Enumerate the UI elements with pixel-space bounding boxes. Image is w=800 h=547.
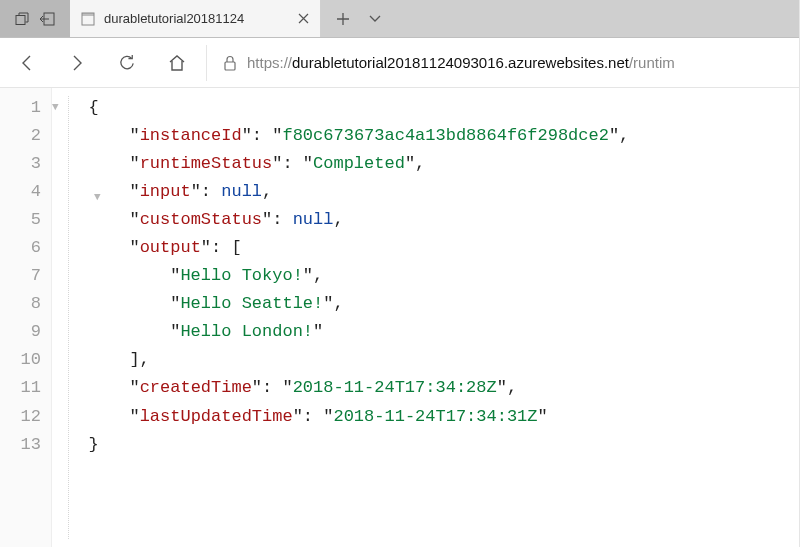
- line-number: 12: [6, 403, 41, 431]
- svg-rect-3: [82, 13, 94, 16]
- code-line: "Hello London!": [58, 318, 799, 346]
- lock-icon: [213, 45, 247, 81]
- refresh-button[interactable]: [106, 43, 148, 83]
- url-host: durabletutorial20181124093016.azurewebsi…: [292, 54, 629, 71]
- line-number: 13: [6, 431, 41, 459]
- tab-strip-actions: [320, 0, 394, 37]
- code-line: ],: [58, 346, 799, 374]
- forward-button[interactable]: [56, 43, 98, 83]
- line-number: 9: [6, 318, 41, 346]
- code-line: "runtimeStatus": "Completed",: [58, 150, 799, 178]
- line-number: 10: [6, 346, 41, 374]
- code-line: "instanceId": "f80c673673ac4a13bd8864f6f…: [58, 122, 799, 150]
- tab-title: durabletutorial20181124: [104, 11, 286, 26]
- svg-rect-0: [16, 15, 25, 24]
- line-number: 7: [6, 262, 41, 290]
- code-line: "lastUpdatedTime": "2018-11-24T17:34:31Z…: [58, 403, 799, 431]
- window-controls: [0, 0, 70, 37]
- json-viewer: 1 2 3 4 5 6 7 8 9 10 11 12 13 ▼ ▼ { "ins…: [0, 88, 799, 547]
- code-line: }: [58, 431, 799, 459]
- line-number: 1: [6, 94, 41, 122]
- back-button[interactable]: [6, 43, 48, 83]
- url-path: /runtim: [629, 54, 675, 71]
- svg-rect-4: [225, 62, 235, 70]
- set-aside-tabs-icon[interactable]: [39, 12, 55, 26]
- close-tab-icon[interactable]: [294, 10, 312, 28]
- indent-guide: [68, 96, 69, 539]
- code-line: "output": [: [58, 234, 799, 262]
- url-text: https://durabletutorial20181124093016.az…: [247, 54, 793, 71]
- code-line: "customStatus": null,: [58, 206, 799, 234]
- fold-toggle-icon[interactable]: ▼: [52, 98, 59, 116]
- line-number: 8: [6, 290, 41, 318]
- line-number: 5: [6, 206, 41, 234]
- browser-tab[interactable]: durabletutorial20181124: [70, 0, 320, 37]
- code-line: "Hello Seattle!",: [58, 290, 799, 318]
- line-number: 6: [6, 234, 41, 262]
- line-gutter: 1 2 3 4 5 6 7 8 9 10 11 12 13: [0, 88, 52, 547]
- new-tab-button[interactable]: [334, 10, 352, 28]
- nav-bar: https://durabletutorial20181124093016.az…: [0, 38, 799, 88]
- line-number: 2: [6, 122, 41, 150]
- title-bar: durabletutorial20181124: [0, 0, 799, 38]
- line-number: 3: [6, 150, 41, 178]
- line-number: 4: [6, 178, 41, 206]
- fold-toggle-icon[interactable]: ▼: [94, 188, 101, 206]
- tab-menu-chevron-icon[interactable]: [366, 10, 384, 28]
- url-scheme: https://: [247, 54, 292, 71]
- home-button[interactable]: [156, 43, 198, 83]
- code-line: "createdTime": "2018-11-24T17:34:28Z",: [58, 374, 799, 402]
- line-number: 11: [6, 374, 41, 402]
- code-line: "Hello Tokyo!",: [58, 262, 799, 290]
- address-bar[interactable]: https://durabletutorial20181124093016.az…: [206, 45, 793, 81]
- page-favicon: [80, 11, 96, 27]
- code-line: {: [58, 94, 799, 122]
- code-line: "input": null,: [58, 178, 799, 206]
- tabs-overview-icon[interactable]: [15, 12, 29, 26]
- code-pane[interactable]: ▼ ▼ { "instanceId": "f80c673673ac4a13bd8…: [52, 88, 799, 547]
